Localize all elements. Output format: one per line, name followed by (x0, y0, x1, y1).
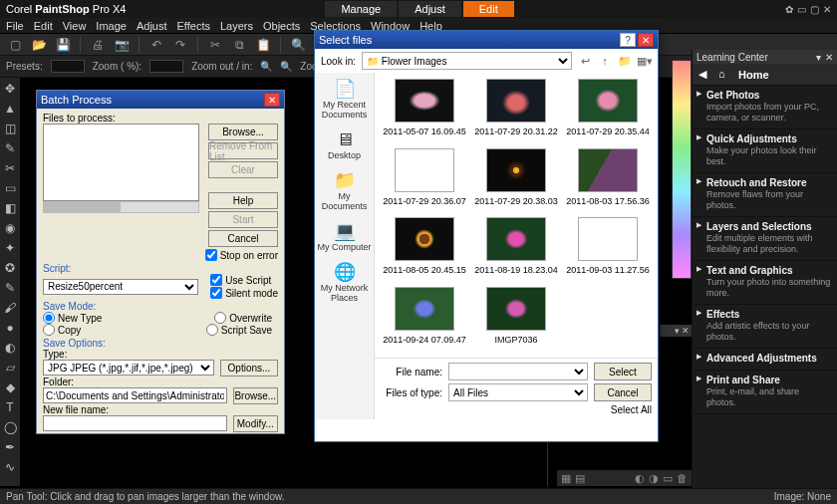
makeover-tool-icon[interactable]: ✦ (3, 241, 17, 255)
paste-icon[interactable]: 📋 (252, 36, 274, 54)
file-thumbnail[interactable]: 2011-09-03 11.27.56 (564, 217, 652, 283)
copy-radio[interactable]: Copy (43, 324, 81, 336)
files-of-type-dropdown[interactable]: All Files (448, 383, 588, 401)
cancel-select-button[interactable]: Cancel (594, 383, 652, 401)
maximize-icon[interactable]: ▢ (810, 4, 819, 15)
new-folder-icon[interactable]: 📁 (618, 54, 632, 68)
panel-close-icon[interactable]: ✕ (682, 326, 690, 336)
file-thumbnail[interactable]: 2011-07-29 20.36.07 (381, 148, 468, 214)
up-icon[interactable]: ↑ (598, 54, 612, 68)
tabview-opt1-icon[interactable]: ◐ (635, 472, 645, 485)
open-icon[interactable]: 📂 (28, 36, 50, 54)
shape-tool-icon[interactable]: ◯ (3, 420, 17, 434)
minimize-icon[interactable]: ▭ (797, 4, 806, 15)
help-button[interactable]: Help (208, 192, 278, 209)
file-thumbnail[interactable]: IMGP7036 (472, 287, 560, 353)
files-listbox[interactable] (43, 124, 199, 201)
zoom-out-icon[interactable]: 🔍 (260, 61, 272, 72)
lighten-tool-icon[interactable]: ◐ (3, 341, 17, 355)
panel-dropdown-icon[interactable]: ▾ (816, 52, 821, 63)
fill-tool-icon[interactable]: ◆ (3, 380, 17, 394)
selection-tool-icon[interactable]: ◫ (3, 122, 17, 135)
materials-palette-gradient[interactable] (672, 60, 692, 279)
files-scrollbar[interactable] (43, 201, 199, 213)
folder-browse-button[interactable]: Browse... (233, 387, 278, 404)
script-save-radio[interactable]: Script Save (206, 324, 272, 336)
file-thumbnail[interactable]: 2011-07-29 20.38.03 (472, 148, 560, 214)
tabview-opt2-icon[interactable]: ◑ (649, 472, 659, 485)
scratch-tool-icon[interactable]: ✎ (3, 281, 17, 295)
clone-tool-icon[interactable]: ✪ (3, 261, 17, 275)
select-files-titlebar[interactable]: Select files ? ✕ (315, 31, 658, 49)
tabview-list-icon[interactable]: ▤ (575, 472, 585, 485)
file-thumbnail[interactable]: 2011-07-29 20.35.44 (564, 79, 652, 144)
pointer-tool-icon[interactable]: ▲ (3, 102, 17, 116)
print-icon[interactable]: 🖨 (87, 36, 109, 54)
redo-icon[interactable]: ↷ (169, 36, 191, 54)
back-icon[interactable]: ◀ (698, 68, 712, 82)
places-item[interactable]: 🖥Desktop (317, 123, 373, 166)
select-files-close-icon[interactable]: ✕ (638, 33, 654, 47)
file-thumbnail[interactable]: 2011-08-03 17.56.36 (564, 148, 652, 214)
select-button[interactable]: Select (594, 363, 652, 380)
new-file-name-input[interactable] (43, 415, 227, 431)
clear-button[interactable]: Clear (208, 161, 278, 178)
menu-edit[interactable]: Edit (34, 20, 53, 32)
cancel-button[interactable]: Cancel (208, 230, 278, 247)
folder-input[interactable] (43, 387, 227, 403)
file-thumbnail[interactable]: 2011-09-24 07.09.47 (381, 287, 468, 353)
airbrush-tool-icon[interactable]: ● (3, 321, 17, 335)
file-thumbnail[interactable]: 2011-07-29 20.31.22 (472, 79, 560, 144)
tabview-grid-icon[interactable]: ▦ (561, 472, 571, 485)
file-thumbnail[interactable]: 2011-08-19 18.23.04 (472, 217, 560, 283)
places-item[interactable]: 🌐My Network Places (317, 260, 373, 304)
back-icon[interactable]: ↩ (578, 54, 592, 68)
tab-adjust[interactable]: Adjust (399, 1, 461, 17)
deform-tool-icon[interactable]: ◧ (3, 201, 17, 215)
warp-tool-icon[interactable]: ∿ (3, 460, 17, 474)
file-name-input[interactable] (448, 363, 588, 380)
batch-dialog-titlebar[interactable]: Batch Process ✕ (37, 91, 284, 109)
tabview-opt4-icon[interactable]: 🗑 (677, 472, 688, 484)
new-type-radio[interactable]: New Type (43, 312, 102, 324)
file-thumbnail[interactable]: 2011-08-05 20.45.15 (381, 217, 468, 283)
home-icon[interactable]: ⌂ (718, 68, 732, 82)
menu-effects[interactable]: Effects (177, 20, 210, 32)
save-icon[interactable]: 💾 (52, 36, 74, 54)
stop-on-error-checkbox[interactable]: Stop on error (205, 249, 278, 261)
tab-edit[interactable]: Edit (463, 1, 514, 17)
browse-button[interactable]: Browse... (208, 124, 278, 140)
panel-close-icon[interactable]: ✕ (825, 52, 833, 63)
silent-mode-checkbox[interactable]: Silent mode (210, 287, 278, 299)
tabview-opt3-icon[interactable]: ▭ (663, 472, 673, 485)
eraser-tool-icon[interactable]: ▱ (3, 361, 17, 375)
twain-icon[interactable]: 📷 (111, 36, 133, 54)
undo-icon[interactable]: ↶ (145, 36, 167, 54)
learning-item[interactable]: Text and GraphicsTurn your photo into so… (693, 261, 837, 305)
menu-adjust[interactable]: Adjust (137, 20, 167, 32)
options-button[interactable]: Options... (220, 360, 278, 377)
learning-item[interactable]: Retouch and RestoreRemove flaws from you… (693, 173, 837, 217)
menu-layers[interactable]: Layers (220, 20, 253, 32)
look-in-dropdown[interactable]: 📁 Flower Images (362, 52, 572, 70)
presets-dropdown[interactable] (51, 60, 85, 73)
select-all-button[interactable]: Select All (611, 404, 652, 415)
pen-tool-icon[interactable]: ✒ (3, 440, 17, 454)
panel-menu-icon[interactable]: ▾ (675, 326, 680, 336)
menu-file[interactable]: File (6, 20, 24, 32)
start-button[interactable]: Start (208, 211, 278, 228)
copy-icon[interactable]: ⧉ (228, 36, 250, 54)
learning-item[interactable]: Layers and SelectionsEdit multiple eleme… (693, 217, 837, 261)
learning-item[interactable]: Print and SharePrint, e-mail, and share … (693, 371, 837, 414)
window-icon[interactable]: ✿ (785, 4, 793, 15)
learning-item[interactable]: Quick AdjustmentsMake your photos look t… (693, 129, 837, 173)
close-icon[interactable]: ✕ (823, 4, 831, 15)
dropper-tool-icon[interactable]: ✎ (3, 141, 17, 155)
zoom-icon[interactable]: 🔍 (287, 36, 309, 54)
batch-close-icon[interactable]: ✕ (264, 93, 280, 107)
tab-manage[interactable]: Manage (325, 1, 397, 17)
learning-item[interactable]: Get PhotosImport photos from your PC, ca… (693, 86, 837, 129)
modify-button[interactable]: Modify... (233, 415, 278, 432)
type-dropdown[interactable]: JPG JPEG (*.jpg,*.jif,*.jpe,*.jpeg) (43, 360, 214, 376)
zoompct-field[interactable] (149, 60, 183, 73)
